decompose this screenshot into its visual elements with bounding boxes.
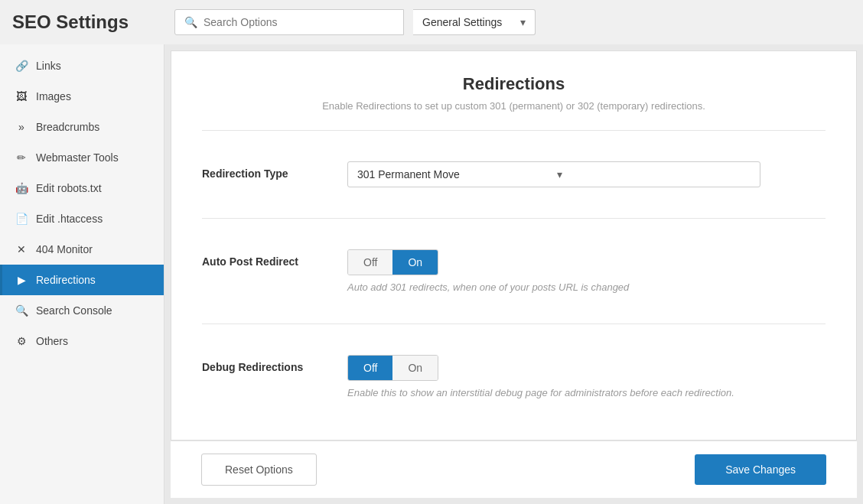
search-console-icon: 🔍 [15, 304, 28, 317]
debug-redirections-off-btn[interactable]: Off [348, 356, 392, 380]
divider-1 [202, 130, 826, 131]
debug-redirections-row: Debug Redirections Off On Enable this to… [202, 340, 826, 414]
redirection-type-value: 301 Permanent Move [357, 168, 551, 180]
reset-options-button[interactable]: Reset Options [201, 454, 317, 486]
redirection-type-row: Redirection Type 301 Permanent Move ▾ [202, 146, 826, 203]
divider-2 [202, 218, 826, 219]
content-area: Redirections Enable Redirections to set … [171, 50, 857, 441]
dropdown-label: General Settings [422, 16, 502, 28]
sidebar-item-redirections[interactable]: ▶ Redirections [0, 265, 164, 295]
sidebar-item-webmaster-tools[interactable]: ✏ Webmaster Tools [0, 142, 164, 173]
debug-redirections-on-btn[interactable]: On [392, 356, 438, 380]
save-changes-button[interactable]: Save Changes [695, 454, 826, 485]
sidebar-item-search-console[interactable]: 🔍 Search Console [0, 295, 164, 326]
debug-redirections-toggle[interactable]: Off On [347, 355, 438, 381]
sidebar: 🔗 Links 🖼 Images » Breadcrumbs ✏ Webmast… [0, 44, 164, 504]
htaccess-icon: 📄 [15, 213, 28, 225]
select-chevron-icon: ▾ [557, 168, 751, 180]
chevron-down-icon: ▾ [520, 16, 526, 28]
others-icon: ⚙ [15, 335, 28, 347]
sidebar-item-label: Images [36, 90, 71, 102]
breadcrumbs-icon: » [15, 121, 28, 133]
sidebar-item-label: Webmaster Tools [36, 151, 119, 164]
search-icon: 🔍 [184, 16, 197, 28]
sidebar-item-label: Breadcrumbs [36, 121, 99, 133]
webmaster-tools-icon: ✏ [15, 151, 28, 164]
sidebar-item-label: Redirections [36, 274, 96, 286]
section-title: Redirections [202, 74, 826, 94]
sidebar-item-label: Edit robots.txt [36, 182, 102, 194]
auto-post-redirect-off-btn[interactable]: Off [348, 250, 392, 275]
debug-redirections-control: Off On Enable this to show an interstiti… [347, 355, 826, 398]
auto-post-redirect-help: Auto add 301 redirects, when one of your… [347, 281, 826, 293]
monitor-icon: ✕ [15, 243, 28, 255]
page-footer: Reset Options Save Changes [171, 441, 857, 498]
links-icon: 🔗 [15, 60, 28, 72]
redirections-icon: ▶ [15, 274, 28, 286]
sidebar-item-label: Links [36, 60, 61, 72]
divider-3 [202, 324, 826, 324]
debug-redirections-label: Debug Redirections [202, 355, 324, 373]
sidebar-item-404-monitor[interactable]: ✕ 404 Monitor [0, 234, 164, 265]
sidebar-item-label: Edit .htaccess [36, 213, 103, 225]
section-dropdown[interactable]: General Settings ▾ [413, 9, 536, 35]
search-input[interactable] [204, 16, 394, 28]
content-inner: Redirections Enable Redirections to set … [171, 51, 856, 437]
auto-post-redirect-label: Auto Post Redirect [202, 249, 324, 268]
page-title: SEO Settings [12, 11, 165, 33]
redirection-type-select[interactable]: 301 Permanent Move ▾ [347, 161, 760, 187]
sidebar-item-others[interactable]: ⚙ Others [0, 326, 164, 356]
sidebar-item-edit-htaccess[interactable]: 📄 Edit .htaccess [0, 203, 164, 234]
debug-redirections-help: Enable this to show an interstitial debu… [347, 387, 826, 398]
section-subtitle: Enable Redirections to set up custom 301… [202, 100, 826, 112]
main-layout: 🔗 Links 🖼 Images » Breadcrumbs ✏ Webmast… [0, 44, 863, 504]
robots-icon: 🤖 [15, 182, 28, 194]
auto-post-redirect-toggle[interactable]: Off On [347, 249, 438, 275]
auto-post-redirect-on-btn[interactable]: On [392, 250, 438, 275]
page-header: SEO Settings 🔍 General Settings ▾ [0, 0, 863, 44]
sidebar-item-edit-robots[interactable]: 🤖 Edit robots.txt [0, 173, 164, 203]
search-bar[interactable]: 🔍 [174, 9, 404, 35]
content-wrapper: Redirections Enable Redirections to set … [164, 44, 863, 504]
sidebar-item-label: Search Console [36, 304, 112, 317]
redirection-type-control: 301 Permanent Move ▾ [347, 161, 826, 187]
sidebar-item-label: Others [36, 335, 68, 347]
sidebar-item-breadcrumbs[interactable]: » Breadcrumbs [0, 112, 164, 142]
sidebar-item-label: 404 Monitor [36, 243, 93, 255]
sidebar-item-images[interactable]: 🖼 Images [0, 81, 164, 112]
sidebar-item-links[interactable]: 🔗 Links [0, 50, 164, 81]
images-icon: 🖼 [15, 90, 28, 102]
auto-post-redirect-control: Off On Auto add 301 redirects, when one … [347, 249, 826, 293]
redirection-type-label: Redirection Type [202, 161, 324, 180]
auto-post-redirect-row: Auto Post Redirect Off On Auto add 301 r… [202, 234, 826, 308]
